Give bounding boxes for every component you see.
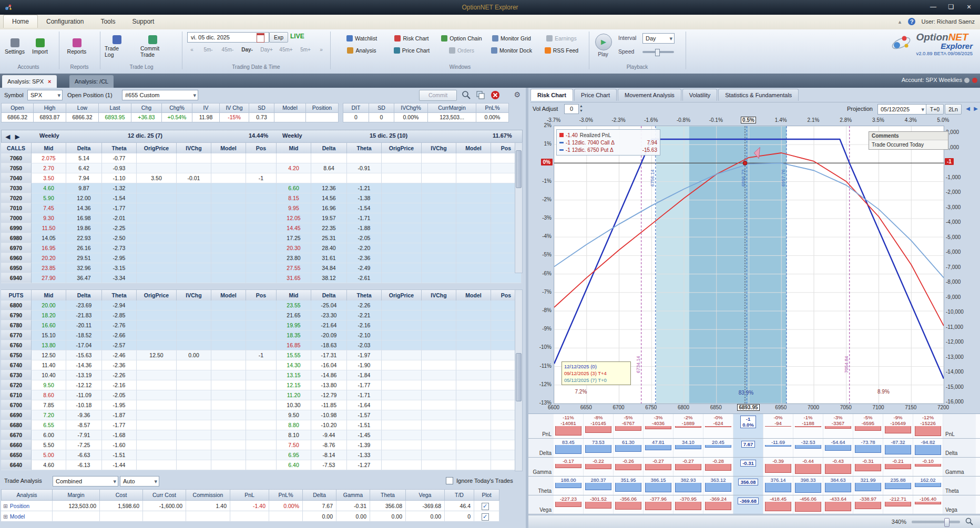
chain-cell[interactable]: -1.54 [102,193,137,203]
puts-scrollbar[interactable] [515,289,523,471]
chain-cell[interactable] [177,263,211,273]
chain-cell[interactable] [491,273,522,283]
chain-cell[interactable]: -1.54 [347,203,382,213]
chain-cell[interactable]: 20.20 [32,253,66,263]
chain-cell[interactable]: 8.64 [311,163,347,173]
chain-cell[interactable]: -1.60 [102,440,137,450]
chain-cell[interactable] [246,213,277,223]
live-indicator[interactable]: LIVE [290,33,304,40]
col-header-origprice[interactable]: OrigPrice [137,142,177,154]
chain-cell[interactable] [422,320,456,330]
chain-cell[interactable]: -14.36 [66,360,102,370]
col-header-delta[interactable]: Delta [66,142,102,154]
chain-cell[interactable]: -6.13 [66,460,102,470]
chain-cell[interactable]: -2.85 [102,310,137,320]
chain-cell[interactable] [211,203,246,213]
col-header-model[interactable]: Model [211,142,246,154]
layers-icon[interactable] [476,90,485,100]
strike-cell[interactable]: 6680 [1,420,32,430]
chain-cell[interactable] [382,163,422,173]
chain-cell[interactable] [382,460,422,470]
greek-cell[interactable]: -12%-15226 [913,414,943,438]
chain-cell[interactable]: -10.18 [66,400,102,410]
chain-cell[interactable]: 10.40 [32,370,66,380]
chain-cell[interactable]: -2.26 [347,301,382,310]
greek-cell[interactable]: -0.27 [673,458,703,476]
col-header-ivchg[interactable]: IVChg [422,289,456,301]
chain-cell[interactable]: 38.12 [311,273,347,283]
greek-cell[interactable]: -94.82 [913,439,943,457]
chain-cell[interactable] [211,390,246,400]
chain-cell[interactable]: -18.63 [311,340,347,350]
chain-cell[interactable]: -20.11 [66,320,102,330]
chain-cell[interactable]: -1.87 [102,410,137,420]
search-icon[interactable] [462,90,471,100]
col-header-mid[interactable]: Mid [277,142,311,154]
chain-cell[interactable]: -0.93 [102,163,137,173]
chain-cell[interactable] [137,183,177,193]
chain-cell[interactable] [422,310,456,320]
strike-cell[interactable]: 7040 [1,173,32,183]
greek-cell[interactable]: -0.26 [614,458,644,476]
col-header-theta[interactable]: Theta [102,142,137,154]
chain-cell[interactable]: -2.25 [102,223,137,233]
chain-cell[interactable] [137,370,177,380]
chain-cell[interactable]: -7.25 [66,440,102,450]
window-toggle-earnings[interactable]: Earnings [535,33,588,44]
chain-cell[interactable] [177,400,211,410]
chain-cell[interactable]: 11.20 [277,390,311,400]
chain-cell[interactable] [277,173,311,183]
chain-cell[interactable] [211,301,246,310]
chain-cell[interactable] [422,203,456,213]
chain-cell[interactable]: -1.84 [347,370,382,380]
chain-cell[interactable]: -2.57 [102,340,137,350]
chain-cell[interactable]: -2.05 [102,390,137,400]
greek-cell[interactable]: 162.02 [913,477,943,495]
chain-cell[interactable]: 32.96 [66,263,102,273]
chain-cell[interactable]: -7.53 [311,460,347,470]
chain-cell[interactable]: 34.84 [311,263,347,273]
chain-cell[interactable]: 15.10 [32,330,66,340]
chain-cell[interactable] [422,153,456,163]
chain-cell[interactable]: -13.19 [66,370,102,380]
chain-cell[interactable]: -7.91 [66,430,102,440]
greek-cell[interactable]: -2%-1889 [673,414,703,438]
chain-cell[interactable]: 23.85 [32,263,66,273]
chain-cell[interactable] [246,193,277,203]
chain-cell[interactable] [456,183,491,193]
greek-cell[interactable]: -369.24 [703,495,733,514]
col-header-theta[interactable]: Theta [347,142,382,154]
chain-cell[interactable]: 9.50 [277,410,311,420]
greek-cell[interactable]: 47.81 [644,439,673,457]
chain-cell[interactable] [246,360,277,370]
chain-cell[interactable]: 11.50 [32,223,66,233]
chain-cell[interactable] [246,420,277,430]
chain-cell[interactable] [137,310,177,320]
chain-cell[interactable]: -10.20 [311,420,347,430]
projection-mode-button[interactable]: T+0 [926,104,944,115]
chain-cell[interactable] [177,360,211,370]
chain-cell[interactable] [422,360,456,370]
chain-cell[interactable] [382,440,422,450]
chain-cell[interactable] [211,440,246,450]
chain-cell[interactable] [137,223,177,233]
interval-select[interactable]: Day [642,33,675,44]
chain-cell[interactable]: 16.96 [311,203,347,213]
step-back-fast-icon[interactable]: « [187,45,197,55]
chain-cell[interactable] [456,263,491,273]
col-header-ivchg[interactable]: IVChg [177,289,211,301]
chain-cell[interactable] [211,410,246,420]
chain-cell[interactable] [311,153,347,163]
window-toggle-analysis[interactable]: Analysis [335,45,388,56]
calendar-icon[interactable] [257,33,264,43]
greek-cell[interactable]: -0.43 [823,458,853,476]
strike-cell[interactable]: 6780 [1,320,32,330]
col-header-model[interactable]: Model [456,142,491,154]
comments-box[interactable]: Comments Trade Occurred Today [869,131,948,150]
window-toggle-rss-feed[interactable]: RSS Feed [535,45,588,56]
chain-cell[interactable] [246,223,277,233]
step-Day-[interactable]: Day- [238,45,257,55]
chain-cell[interactable]: -6.63 [66,450,102,460]
chain-cell[interactable]: -2.16 [102,380,137,390]
window-toggle-price-chart[interactable]: Price Chart [385,45,438,56]
